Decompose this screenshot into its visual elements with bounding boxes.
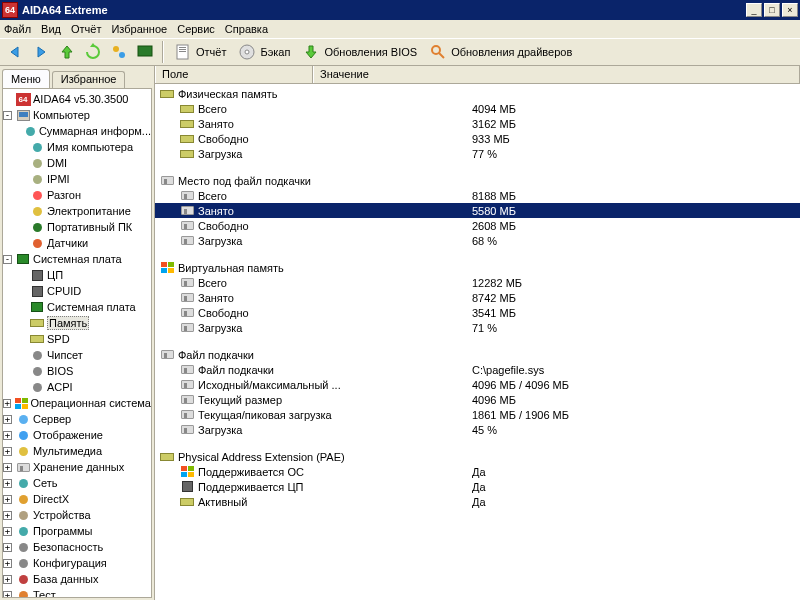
tree-mb-child[interactable]: SPD: [3, 331, 151, 347]
tree-mb-child[interactable]: ЦП: [3, 267, 151, 283]
tree-database[interactable]: +База данных: [3, 571, 151, 587]
tree-computer-child[interactable]: Имя компьютера: [3, 139, 151, 155]
tree-mb-child[interactable]: BIOS: [3, 363, 151, 379]
report-icon-button[interactable]: [108, 41, 130, 63]
menu-service[interactable]: Сервис: [177, 23, 215, 35]
tree-network[interactable]: +Сеть: [3, 475, 151, 491]
close-button[interactable]: ×: [782, 3, 798, 17]
tree-mb-child[interactable]: Чипсет: [3, 347, 151, 363]
tree-toggle[interactable]: -: [3, 111, 12, 120]
list-row[interactable]: Занято3162 МБ: [155, 116, 800, 131]
list-row[interactable]: Занято5580 МБ: [155, 203, 800, 218]
list-row[interactable]: Загрузка45 %: [155, 422, 800, 437]
tree-server[interactable]: +Сервер: [3, 411, 151, 427]
refresh-button[interactable]: [82, 41, 104, 63]
group-header[interactable]: Виртуальная память: [155, 260, 800, 275]
group-header[interactable]: Physical Address Extension (PAE): [155, 449, 800, 464]
list-row[interactable]: АктивныйДа: [155, 494, 800, 509]
group-header[interactable]: Место под файл подкачки: [155, 173, 800, 188]
tree-toggle[interactable]: +: [3, 559, 12, 568]
maximize-button[interactable]: □: [764, 3, 780, 17]
tree-mb-child[interactable]: ACPI: [3, 379, 151, 395]
driver-update-button[interactable]: Обновления драйверов: [425, 41, 576, 63]
menu-report[interactable]: Отчёт: [71, 23, 101, 35]
tree-test[interactable]: +Тест: [3, 587, 151, 598]
tree-computer-child[interactable]: Портативный ПК: [3, 219, 151, 235]
list-row[interactable]: Всего12282 МБ: [155, 275, 800, 290]
tree-toggle[interactable]: +: [3, 511, 12, 520]
tree-computer-child[interactable]: Суммарная информ...: [3, 123, 151, 139]
tree-toggle[interactable]: +: [3, 463, 12, 472]
menu-file[interactable]: Файл: [4, 23, 31, 35]
list-row[interactable]: Свободно3541 МБ: [155, 305, 800, 320]
bios-update-button[interactable]: Обновления BIOS: [298, 41, 421, 63]
tab-menu[interactable]: Меню: [2, 69, 50, 88]
tree-view[interactable]: 64AIDA64 v5.30.3500-КомпьютерСуммарная и…: [2, 88, 152, 598]
tree-toggle[interactable]: -: [3, 255, 12, 264]
tree-multimedia[interactable]: +Мультимедиа: [3, 443, 151, 459]
tree-toggle[interactable]: +: [3, 447, 12, 456]
tree-programs[interactable]: +Программы: [3, 523, 151, 539]
list-row[interactable]: Текущая/пиковая загрузка1861 МБ / 1906 М…: [155, 407, 800, 422]
list-row[interactable]: Исходный/максимальный ...4096 МБ / 4096 …: [155, 377, 800, 392]
tree-toggle[interactable]: +: [3, 575, 12, 584]
up-button[interactable]: [56, 41, 78, 63]
minimize-button[interactable]: _: [746, 3, 762, 17]
tree-computer[interactable]: -Компьютер: [3, 107, 151, 123]
tree-toggle[interactable]: +: [3, 543, 12, 552]
drive-icon: [179, 234, 195, 247]
tree-directx[interactable]: +DirectX: [3, 491, 151, 507]
menu-view[interactable]: Вид: [41, 23, 61, 35]
tree-toggle[interactable]: +: [3, 591, 12, 599]
back-button[interactable]: [4, 41, 26, 63]
list-row[interactable]: Всего8188 МБ: [155, 188, 800, 203]
tab-favorites[interactable]: Избранное: [52, 71, 126, 88]
group-header[interactable]: Физическая память: [155, 86, 800, 101]
list-row[interactable]: Файл подкачкиC:\pagefile.sys: [155, 362, 800, 377]
list-row[interactable]: Поддерживается ЦПДа: [155, 479, 800, 494]
tree-mb-child[interactable]: CPUID: [3, 283, 151, 299]
tree-computer-child[interactable]: DMI: [3, 155, 151, 171]
column-field[interactable]: Поле: [155, 66, 313, 83]
tree-security[interactable]: +Безопасность: [3, 539, 151, 555]
tree-computer-child[interactable]: Разгон: [3, 187, 151, 203]
tree-mb-child[interactable]: Память: [3, 315, 151, 331]
tree-mb-child[interactable]: Системная плата: [3, 299, 151, 315]
list-row[interactable]: Занято8742 МБ: [155, 290, 800, 305]
tree-root[interactable]: 64AIDA64 v5.30.3500: [3, 91, 151, 107]
tree-os[interactable]: +Операционная система: [3, 395, 151, 411]
tree-toggle[interactable]: +: [3, 527, 12, 536]
tree-computer-child[interactable]: Электропитание: [3, 203, 151, 219]
list-row[interactable]: Загрузка68 %: [155, 233, 800, 248]
report-button[interactable]: Отчёт: [170, 41, 230, 63]
tree-toggle[interactable]: +: [3, 399, 11, 408]
backup-button[interactable]: Бэкап: [234, 41, 294, 63]
list-row[interactable]: Поддерживается ОСДа: [155, 464, 800, 479]
menu-help[interactable]: Справка: [225, 23, 268, 35]
group-header[interactable]: Файл подкачки: [155, 347, 800, 362]
tree-motherboard[interactable]: -Системная плата: [3, 251, 151, 267]
tree-toggle[interactable]: +: [3, 431, 12, 440]
monitor-icon-button[interactable]: [134, 41, 156, 63]
tree-storage[interactable]: +Хранение данных: [3, 459, 151, 475]
column-value[interactable]: Значение: [313, 66, 800, 83]
tree-config[interactable]: +Конфигурация: [3, 555, 151, 571]
tree-label: Конфигурация: [33, 557, 107, 569]
list-row[interactable]: Свободно2608 МБ: [155, 218, 800, 233]
list-row[interactable]: Загрузка77 %: [155, 146, 800, 161]
tree-devices[interactable]: +Устройства: [3, 507, 151, 523]
list-body[interactable]: Физическая памятьВсего4094 МБЗанято3162 …: [155, 84, 800, 600]
list-row[interactable]: Всего4094 МБ: [155, 101, 800, 116]
menu-favorites[interactable]: Избранное: [111, 23, 167, 35]
tree-computer-child[interactable]: IPMI: [3, 171, 151, 187]
tree-display[interactable]: +Отображение: [3, 427, 151, 443]
list-row[interactable]: Текущий размер4096 МБ: [155, 392, 800, 407]
group-gap: [155, 161, 800, 173]
list-row[interactable]: Свободно933 МБ: [155, 131, 800, 146]
tree-toggle[interactable]: +: [3, 479, 12, 488]
forward-button[interactable]: [30, 41, 52, 63]
tree-computer-child[interactable]: Датчики: [3, 235, 151, 251]
list-row[interactable]: Загрузка71 %: [155, 320, 800, 335]
tree-toggle[interactable]: +: [3, 495, 12, 504]
tree-toggle[interactable]: +: [3, 415, 12, 424]
